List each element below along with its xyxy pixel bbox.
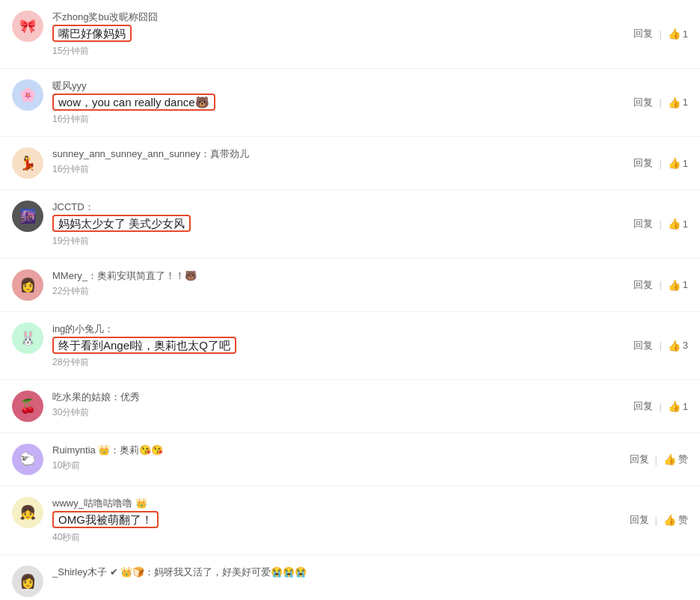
- reply-button[interactable]: 回复: [630, 453, 649, 466]
- comment-time: 28分钟前: [52, 356, 612, 369]
- avatar-emoji: 🌸: [12, 79, 43, 111]
- list-item: 👧wwwy_咕噜咕噜噜 👑OMG我被萌翻了！40秒前回复|👍赞: [0, 486, 700, 555]
- like-count: 1: [683, 28, 688, 40]
- like-count: 赞: [678, 453, 688, 466]
- highlighted-text: 妈妈太少女了 美式少女风: [52, 215, 191, 232]
- avatar-emoji: 🍒: [12, 391, 43, 422]
- comment-time: 16分钟前: [52, 163, 612, 176]
- comment-body: sunney_ann_sunney_ann_sunney：真带劲儿16分钟前: [52, 147, 612, 176]
- thumb-up-icon: 👍: [668, 157, 681, 169]
- comment-actions: 回复|👍赞: [621, 513, 688, 527]
- comment-body: _Shirley木子 ✔ 👑🍞：妈呀我又活了，好美好可爱😭😭😭: [52, 566, 688, 581]
- action-divider: |: [655, 454, 657, 465]
- avatar-emoji: 🐰: [12, 322, 43, 354]
- like-button[interactable]: 👍3: [668, 340, 688, 352]
- list-item: 🐑Ruimyntia 👑：奥莉😘😘10秒前回复|👍赞: [0, 433, 700, 486]
- like-button[interactable]: 👍1: [668, 279, 688, 291]
- comment-username: Ruimyntia 👑：奥莉😘😘: [52, 444, 612, 457]
- like-button[interactable]: 👍1: [668, 400, 688, 412]
- thumb-up-icon: 👍: [668, 340, 681, 352]
- avatar: 🎀: [12, 10, 43, 42]
- avatar: 🐑: [12, 444, 43, 475]
- list-item: 💃sunney_ann_sunney_ann_sunney：真带劲儿16分钟前回…: [0, 137, 700, 190]
- comment-time: 16分钟前: [52, 113, 612, 126]
- like-button[interactable]: 👍1: [668, 157, 688, 169]
- like-button[interactable]: 👍赞: [663, 513, 688, 527]
- comment-username: ing的小兔几：: [52, 322, 612, 336]
- reply-button[interactable]: 回复: [633, 400, 653, 413]
- reply-button[interactable]: 回复: [630, 513, 649, 527]
- avatar: 👩: [12, 269, 43, 301]
- thumb-up-icon: 👍: [668, 279, 681, 291]
- comment-body: 暖风yyywow，you can really dance🐻16分钟前: [52, 79, 612, 126]
- comment-time: 40秒前: [52, 531, 612, 544]
- like-button[interactable]: 👍赞: [663, 453, 688, 466]
- comment-actions: 回复|👍赞: [621, 453, 688, 466]
- avatar: 👩: [12, 566, 43, 597]
- avatar: 👧: [12, 497, 43, 528]
- comment-body: 吃水果的姑娘：优秀30分钟前: [52, 391, 612, 419]
- comment-actions: 回复|👍1: [621, 96, 688, 109]
- reply-button[interactable]: 回复: [633, 278, 653, 292]
- comment-list: 🎀不zhong奖bu改昵称囧囧嘴巴好像妈妈15分钟前回复|👍1🌸暖风yyywow…: [0, 0, 700, 600]
- like-count: 1: [683, 97, 688, 108]
- list-item: 👩_Shirley木子 ✔ 👑🍞：妈呀我又活了，好美好可爱😭😭😭: [0, 555, 700, 601]
- list-item: 🎀不zhong奖bu改昵称囧囧嘴巴好像妈妈15分钟前回复|👍1: [0, 0, 700, 69]
- avatar-emoji: 🎀: [12, 10, 43, 42]
- reply-button[interactable]: 回复: [633, 339, 653, 352]
- like-count: 1: [683, 218, 688, 230]
- highlighted-text: wow，you can really dance🐻: [52, 94, 215, 111]
- comment-username: 暖风yyy: [52, 79, 612, 93]
- comment-username: 不zhong奖bu改昵称囧囧: [52, 10, 612, 24]
- thumb-up-icon: 👍: [668, 97, 681, 108]
- action-divider: |: [659, 279, 661, 290]
- like-button[interactable]: 👍1: [668, 28, 688, 40]
- comment-username: 吃水果的姑娘：优秀: [52, 391, 612, 404]
- comment-username: JCCTD：: [52, 200, 612, 214]
- avatar: 🌸: [12, 79, 43, 111]
- avatar: 💃: [12, 147, 43, 179]
- comment-text: OMG我被萌翻了！: [52, 512, 612, 529]
- avatar-emoji: 👩: [12, 566, 43, 597]
- comment-time: 30分钟前: [52, 406, 612, 419]
- comment-text: 妈妈太少女了 美式少女风: [52, 215, 612, 233]
- comment-username: MMery_：奥莉安琪简直了！！🐻: [52, 269, 612, 283]
- comment-body: 不zhong奖bu改昵称囧囧嘴巴好像妈妈15分钟前: [52, 10, 612, 58]
- like-count: 1: [683, 158, 688, 169]
- comment-time: 15分钟前: [52, 45, 612, 58]
- reply-button[interactable]: 回复: [633, 96, 653, 109]
- like-button[interactable]: 👍1: [668, 97, 688, 108]
- comment-text: 终于看到Angel啦，奥莉也太Q了吧: [52, 337, 612, 355]
- list-item: 🌆JCCTD：妈妈太少女了 美式少女风19分钟前回复|👍1: [0, 190, 700, 259]
- action-divider: |: [655, 515, 657, 526]
- comment-body: JCCTD：妈妈太少女了 美式少女风19分钟前: [52, 200, 612, 248]
- thumb-up-icon: 👍: [663, 514, 676, 526]
- avatar-emoji: 💃: [12, 147, 43, 179]
- highlighted-text: 终于看到Angel啦，奥莉也太Q了吧: [52, 337, 236, 354]
- avatar: 🐰: [12, 322, 43, 354]
- comment-username: wwwy_咕噜咕噜噜 👑: [52, 497, 612, 510]
- comment-actions: 回复|👍1: [621, 156, 688, 170]
- list-item: 🐰ing的小兔几：终于看到Angel啦，奥莉也太Q了吧28分钟前回复|👍3: [0, 312, 700, 381]
- like-count: 1: [683, 279, 688, 290]
- comment-actions: 回复|👍1: [621, 278, 688, 292]
- comment-time: 22分钟前: [52, 285, 612, 298]
- reply-button[interactable]: 回复: [633, 156, 653, 170]
- avatar: 🌆: [12, 200, 43, 232]
- like-button[interactable]: 👍1: [668, 218, 688, 230]
- comment-username: _Shirley木子 ✔ 👑🍞：妈呀我又活了，好美好可爱😭😭😭: [52, 566, 688, 579]
- action-divider: |: [659, 401, 661, 412]
- reply-button[interactable]: 回复: [633, 217, 653, 230]
- reply-button[interactable]: 回复: [633, 27, 653, 40]
- comment-actions: 回复|👍3: [621, 339, 688, 352]
- list-item: 🌸暖风yyywow，you can really dance🐻16分钟前回复|👍…: [0, 69, 700, 138]
- avatar-emoji: 👩: [12, 269, 43, 301]
- comment-actions: 回复|👍1: [621, 217, 688, 230]
- comment-body: MMery_：奥莉安琪简直了！！🐻22分钟前: [52, 269, 612, 298]
- avatar-emoji: 👧: [12, 497, 43, 528]
- comment-actions: 回复|👍1: [621, 400, 688, 413]
- action-divider: |: [659, 158, 661, 169]
- action-divider: |: [659, 218, 661, 230]
- comment-username: sunney_ann_sunney_ann_sunney：真带劲儿: [52, 147, 612, 161]
- list-item: 🍒吃水果的姑娘：优秀30分钟前回复|👍1: [0, 380, 700, 433]
